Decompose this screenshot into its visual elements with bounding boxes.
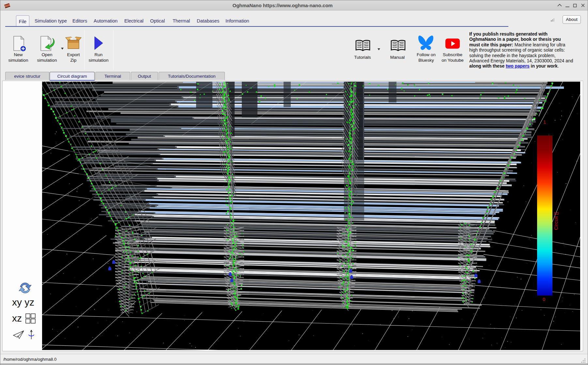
svg-text:1: 1 (543, 119, 546, 125)
svg-text:Circuit []: Circuit [] (553, 212, 559, 230)
svg-text:0: 0 (543, 296, 545, 302)
